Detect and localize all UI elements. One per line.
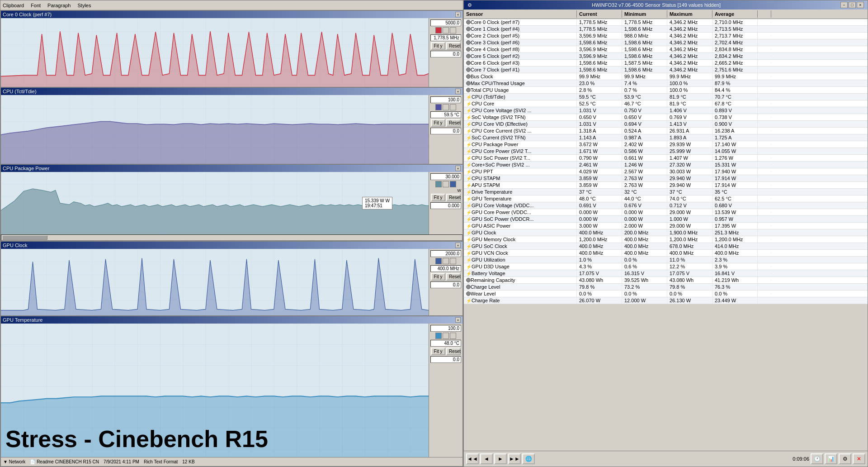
table-row[interactable]: Core 3 Clock (perf #6) 1,598.6 MHz 1,598… xyxy=(464,39,868,46)
table-row[interactable]: ⚡ SoC Current (SVI2 TFN) 1.143 A 0.987 A… xyxy=(464,134,868,141)
graph5-title-bar: GPU Temperature × xyxy=(1,316,462,324)
graph4-fity-btn[interactable]: Fit y xyxy=(431,273,445,281)
nav-settings-btn[interactable]: ⚙ xyxy=(839,453,851,464)
table-row[interactable]: Wear Level 0.0 % 0.0 % 0.0 % 0.0 % xyxy=(464,291,868,297)
graph3-fity-btn[interactable]: Fit y xyxy=(431,194,445,201)
table-row[interactable]: Core 5 Clock (perf #2) 3,596.9 MHz 1,598… xyxy=(464,53,868,60)
sensor-average-cell: 17.914 W xyxy=(712,175,758,181)
table-row[interactable]: ⚡ GPU Memory Clock 1,200.0 MHz 400.0 MHz… xyxy=(464,236,868,243)
graph4-color3[interactable] xyxy=(450,258,456,264)
graph3-color2[interactable] xyxy=(443,181,449,187)
table-row[interactable]: ⚡ GPU Core Power (VDDC... 0.000 W 0.000 … xyxy=(464,209,868,216)
table-row[interactable]: ⚡ GPU VCN Clock 400.0 MHz 400.0 MHz 400.… xyxy=(464,250,868,257)
graph5-fity-btn[interactable]: Fit y xyxy=(431,348,445,355)
graph2-fity-btn[interactable]: Fit y xyxy=(431,119,445,127)
graph1-reset-btn[interactable]: Reset xyxy=(446,42,461,50)
nav-globe-btn[interactable]: 🌐 xyxy=(522,453,535,464)
graph5-reset-btn[interactable]: Reset xyxy=(446,348,461,355)
nav-chart-btn[interactable]: 📊 xyxy=(825,453,837,464)
table-row[interactable]: Core 0 Clock (perf #7) 1,778.5 MHz 1,778… xyxy=(464,19,868,26)
table-row[interactable]: ⚡ GPU ASIC Power 3.000 W 2.000 W 29.000 … xyxy=(464,223,868,229)
table-row[interactable]: ⚡ SoC Voltage (SVI2 TFN) 0.650 V 0.650 V… xyxy=(464,114,868,121)
nav-back-btn[interactable]: ◄◄ xyxy=(466,453,479,464)
graph3-color1[interactable] xyxy=(435,181,442,187)
table-row[interactable]: ⚡ CPU Core Power (SVI2 T... 1.671 W 0.58… xyxy=(464,148,868,155)
graph5-color1[interactable] xyxy=(435,333,442,339)
hwinfo-close-btn[interactable]: × xyxy=(857,2,864,8)
graph2-color2[interactable] xyxy=(443,104,449,110)
table-row[interactable]: ⚡ GPU SoC Power (VDDCR... 0.000 W 0.000 … xyxy=(464,216,868,223)
sensor-extra-cell xyxy=(758,286,771,287)
graph3-color3[interactable] xyxy=(450,181,456,187)
graph1-close[interactable]: × xyxy=(455,12,461,17)
paragraph-label: Paragraph xyxy=(47,3,71,8)
graph1-color3[interactable] xyxy=(450,27,456,33)
clipboard-label: Clipboard xyxy=(3,3,24,8)
table-row[interactable]: ⚡ CPU SoC Power (SVI2 T... 0.790 W 0.661… xyxy=(464,155,868,162)
graph5-color3[interactable] xyxy=(450,333,456,339)
table-row[interactable]: Core 6 Clock (perf #3) 1,598.6 MHz 1,587… xyxy=(464,60,868,67)
sensor-maximum-cell: 81.9 °C xyxy=(667,94,712,100)
graph4-close[interactable]: × xyxy=(455,243,461,248)
table-row[interactable]: ⚡ Core+SoC Power (SVI2 ... 2.461 W 1.246… xyxy=(464,162,868,168)
graph2-color1[interactable] xyxy=(435,104,442,110)
graph3-scrollbar-thumb[interactable] xyxy=(2,235,47,240)
nav-forward-btn[interactable]: ►► xyxy=(508,453,521,464)
table-row[interactable]: Core 2 Clock (perf #5) 3,596.9 MHz 988.0… xyxy=(464,33,868,39)
table-row[interactable]: Charge Level 79.8 % 73.2 % 79.8 % 76.3 % xyxy=(464,284,868,291)
nav-clock-btn[interactable]: 🕐 xyxy=(811,453,823,464)
table-row[interactable]: ⚡ GPU Clock 400.0 MHz 200.0 MHz 1,900.0 … xyxy=(464,229,868,236)
graph3-close[interactable]: × xyxy=(455,166,461,171)
table-row[interactable]: ⚡ GPU Utilization 1.0 % 0.0 % 11.0 % 2.3… xyxy=(464,257,868,263)
table-row[interactable]: ⚡ GPU SoC Clock 400.0 MHz 400.0 MHz 678.… xyxy=(464,243,868,250)
table-row[interactable]: ⚡ CPU Core Current (SVI2 ... 1.318 A 0.5… xyxy=(464,128,868,134)
graph2-color3[interactable] xyxy=(450,104,456,110)
sensor-average-cell: 76.3 % xyxy=(712,284,758,290)
graph1-fity-btn[interactable]: Fit y xyxy=(431,42,445,50)
table-row[interactable]: ⚡ Battery Voltage 17.075 V 16.315 V 17.0… xyxy=(464,270,868,277)
hwinfo-restore-btn[interactable]: □ xyxy=(849,2,856,8)
table-row[interactable]: ⚡ GPU D3D Usage 4.3 % 0.6 % 12.2 % 3.9 % xyxy=(464,263,868,270)
hwinfo-minimize-btn[interactable]: − xyxy=(840,2,848,8)
graph4-color1[interactable] xyxy=(435,258,442,264)
table-row[interactable]: ⚡ CPU Package Power 3.672 W 2.402 W 29.9… xyxy=(464,141,868,148)
sensor-average-cell: 17.914 W xyxy=(712,182,758,188)
graph4-reset-btn[interactable]: Reset xyxy=(446,273,461,281)
table-row[interactable]: ⚡ APU STAPM 3.859 W 2.763 W 29.940 W 17.… xyxy=(464,182,868,189)
graph1-color2[interactable] xyxy=(443,27,449,33)
graph3-canvas: 15.339 W W 19:47:51 xyxy=(1,172,429,234)
table-row[interactable]: Core 7 Clock (perf #1) 1,598.6 MHz 1,598… xyxy=(464,67,868,73)
sensor-name-cell: ⚡ GPU Temperature xyxy=(464,195,577,202)
graph5-color2[interactable] xyxy=(443,333,449,339)
table-row[interactable]: ⚡ CPU (Tctl/Tdie) 59.5 °C 53.9 °C 81.9 °… xyxy=(464,94,868,100)
nav-next-btn[interactable]: ► xyxy=(494,453,507,464)
graph4-color2[interactable] xyxy=(443,258,449,264)
table-row[interactable]: ⚡ CPU STAPM 3.859 W 2.763 W 29.940 W 17.… xyxy=(464,175,868,182)
table-row[interactable]: ⚡ Charge Rate 26.070 W 12.000 W 26.130 W… xyxy=(464,297,868,304)
table-row[interactable]: ⚡ GPU Temperature 48.0 °C 44.0 °C 74.0 °… xyxy=(464,195,868,202)
graph2-close[interactable]: × xyxy=(455,89,461,94)
table-row[interactable]: Max CPU/Thread Usage 23.0 % 7.4 % 100.0 … xyxy=(464,80,868,87)
table-row[interactable]: Core 1 Clock (perf #4) 1,778.5 MHz 1,598… xyxy=(464,26,868,33)
graph1-color1[interactable] xyxy=(435,27,442,33)
status-size: 12 KB xyxy=(182,459,194,464)
table-row[interactable]: ⚡ GPU Core Voltage (VDDC... 0.691 V 0.67… xyxy=(464,202,868,209)
nav-exit-btn[interactable]: ✕ xyxy=(853,453,865,464)
graph2-reset-btn[interactable]: Reset xyxy=(446,119,461,127)
graph5-close[interactable]: × xyxy=(455,317,461,323)
table-row[interactable]: ⚡ Drive Temperature 37 °C 32 °C 37 °C 35… xyxy=(464,189,868,195)
table-row[interactable]: Bus Clock 99.9 MHz 99.9 MHz 99.9 MHz 99.… xyxy=(464,73,868,80)
nav-prev-btn[interactable]: ◄ xyxy=(480,453,493,464)
table-row[interactable]: Core 4 Clock (perf #8) 3,596.9 MHz 1,598… xyxy=(464,46,868,53)
table-row[interactable]: Total CPU Usage 2.8 % 0.7 % 100.0 % 84.4… xyxy=(464,87,868,94)
table-row[interactable]: ⚡ CPU PPT 4.029 W 2.567 W 30.003 W 17.94… xyxy=(464,168,868,175)
table-row[interactable]: Remaining Capacity 43.080 Wh 39.525 Wh 4… xyxy=(464,277,868,284)
table-row[interactable]: ⚡ CPU Core VID (Effective) 1.031 V 0.694… xyxy=(464,121,868,128)
sensor-extra-cell xyxy=(758,42,771,43)
table-row[interactable]: ⚡ CPU Core 52.5 °C 46.7 °C 81.9 °C 67.8 … xyxy=(464,100,868,107)
table-row[interactable]: ⚡ CPU Core Voltage (SVI2 ... 1.031 V 0.7… xyxy=(464,107,868,114)
sensor-table-body[interactable]: Core 0 Clock (perf #7) 1,778.5 MHz 1,778… xyxy=(464,19,868,451)
graph3-reset-btn[interactable]: Reset xyxy=(446,194,461,201)
sensor-name-cell: Core 3 Clock (perf #6) xyxy=(464,39,577,46)
graph3-scrollbar[interactable] xyxy=(1,234,462,241)
